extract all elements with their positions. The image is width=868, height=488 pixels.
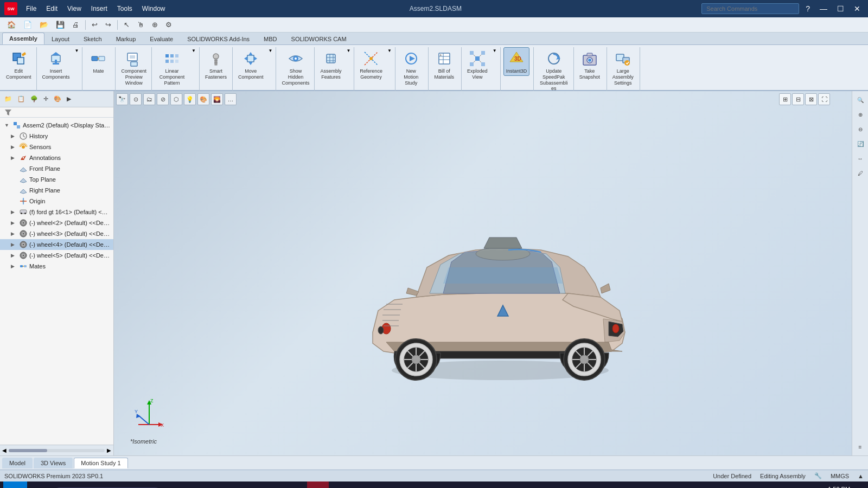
fit-view-btn[interactable]: ⊞ bbox=[779, 93, 791, 105]
reference-geometry-button[interactable]: ReferenceGeometry bbox=[357, 47, 385, 82]
root-expander[interactable]: ▼ bbox=[4, 123, 11, 128]
view-scenes-btn[interactable]: 🌄 bbox=[211, 93, 223, 105]
tree-wheel2[interactable]: ▶ (-) wheel<2> (Default) <<Default bbox=[0, 217, 113, 228]
tree-front-plane[interactable]: Front Plane bbox=[0, 163, 113, 174]
menu-file[interactable]: File bbox=[22, 3, 41, 15]
tab-evaluate[interactable]: Evaluate bbox=[143, 33, 180, 44]
update-speedpak-button[interactable]: UpdateSpeedPakSubassemblies bbox=[537, 47, 571, 93]
scroll-right-btn[interactable]: ▶ bbox=[107, 447, 111, 453]
move-component-button[interactable]: MoveComponent bbox=[235, 47, 266, 82]
tab-sketch[interactable]: Sketch bbox=[76, 33, 109, 44]
tab-assembly[interactable]: Assembly bbox=[2, 33, 44, 44]
help-button[interactable]: ? bbox=[802, 3, 813, 14]
tab-3dviews[interactable]: 3D Views bbox=[34, 458, 73, 468]
rp-btn-6[interactable]: 🖊 bbox=[854, 166, 867, 179]
tab-markup[interactable]: Markup bbox=[109, 33, 143, 44]
insert-dropdown[interactable]: ▼ bbox=[74, 47, 80, 54]
view-display-btn[interactable]: 🗂 bbox=[143, 93, 155, 105]
maximize-button[interactable]: ☐ bbox=[834, 3, 847, 14]
new-motion-study-button[interactable]: NewMotionStudy bbox=[398, 47, 424, 87]
tab-layout[interactable]: Layout bbox=[44, 33, 76, 44]
view-hide-btn[interactable]: ⊘ bbox=[157, 93, 169, 105]
tree-right-plane[interactable]: Right Plane bbox=[0, 185, 113, 196]
rp-btn-3[interactable]: ⊖ bbox=[854, 123, 867, 136]
close-button[interactable]: ✕ bbox=[851, 3, 864, 14]
rp-btn-bottom[interactable]: ≡ bbox=[854, 440, 867, 453]
taskbar-app3[interactable]: 📧 bbox=[283, 481, 305, 488]
explode-dropdown[interactable]: ▼ bbox=[492, 47, 498, 54]
sidebar-appearance-btn[interactable]: 🎨 bbox=[52, 94, 63, 104]
bom-button[interactable]: A Bill ofMaterials bbox=[431, 47, 457, 82]
rebuild-icon[interactable]: 🔧 bbox=[814, 472, 822, 479]
tab-mbd[interactable]: MBD bbox=[257, 33, 284, 44]
full-view-btn[interactable]: ⛶ bbox=[818, 93, 830, 105]
taskview-btn[interactable]: ⧉ bbox=[164, 481, 186, 488]
fordgt-expander[interactable]: ▶ bbox=[11, 209, 17, 215]
w4-expander[interactable]: ▶ bbox=[11, 242, 17, 247]
ref-geo-dropdown[interactable]: ▼ bbox=[386, 47, 393, 54]
assembly-features-button[interactable]: AssemblyFeatures bbox=[317, 47, 344, 82]
select-button[interactable]: ↖ bbox=[121, 20, 132, 30]
sensors-expander[interactable]: ▶ bbox=[11, 144, 17, 150]
command-search[interactable] bbox=[701, 3, 799, 14]
start-button[interactable] bbox=[3, 481, 27, 488]
insert-components-button[interactable]: InsertComponents bbox=[40, 47, 73, 82]
tree-wheel4[interactable]: ▶ (-) wheel<4> (Default) <<Default bbox=[0, 239, 113, 250]
home-button[interactable]: 🏠 bbox=[4, 20, 18, 30]
tab-model[interactable]: Model bbox=[2, 458, 33, 468]
view-appearance-btn[interactable]: 🎨 bbox=[197, 93, 209, 105]
scrollbar-thumb[interactable] bbox=[9, 449, 47, 452]
new-button[interactable]: 📄 bbox=[21, 20, 35, 30]
undo-button[interactable]: ↩ bbox=[89, 20, 100, 30]
tree-mates[interactable]: ▶ Mates bbox=[0, 261, 113, 272]
linear-pattern-button[interactable]: Linear ComponentPattern bbox=[155, 47, 189, 87]
asm-features-dropdown[interactable]: ▼ bbox=[345, 47, 352, 54]
sidebar-expand-btn[interactable]: ▶ bbox=[65, 94, 73, 104]
print-button[interactable]: 🖨 bbox=[69, 20, 82, 30]
units-up-btn[interactable]: ▲ bbox=[858, 473, 864, 479]
menu-view[interactable]: View bbox=[63, 3, 86, 15]
tab-motion-study[interactable]: Motion Study 1 bbox=[74, 458, 127, 468]
tree-top-plane[interactable]: Top Plane bbox=[0, 174, 113, 185]
instant3d-button[interactable]: 3D Instant3D bbox=[503, 47, 530, 76]
taskbar-edge-btn[interactable]: 🌐 bbox=[212, 481, 233, 488]
split-view-btn[interactable]: ⊠ bbox=[805, 93, 817, 105]
taskbar-app2[interactable]: 💬 bbox=[259, 481, 281, 488]
menu-window[interactable]: Window bbox=[138, 3, 170, 15]
menu-tools[interactable]: Tools bbox=[113, 3, 137, 15]
rp-btn-4[interactable]: 🔄 bbox=[854, 137, 867, 150]
menu-edit[interactable]: Edit bbox=[42, 3, 62, 15]
scroll-left-btn[interactable]: ◀ bbox=[2, 447, 7, 453]
smart-fasteners-button[interactable]: SmartFasteners bbox=[202, 47, 229, 82]
exploded-view-button[interactable]: ExplodedView bbox=[464, 47, 490, 82]
history-expander[interactable]: ▶ bbox=[11, 133, 17, 139]
view-orient-btn[interactable]: 🔭 bbox=[116, 93, 128, 105]
rp-btn-2[interactable]: ⊕ bbox=[854, 108, 867, 121]
redo-button[interactable]: ↪ bbox=[103, 20, 114, 30]
tree-wheel3[interactable]: ▶ (-) wheel<3> (Default) <<Default bbox=[0, 228, 113, 239]
tree-fordgt[interactable]: ▶ (f) ford gt 16<1> (Default) <<Defa bbox=[0, 207, 113, 217]
view-section-btn[interactable]: ⊙ bbox=[130, 93, 142, 105]
normal-view-btn[interactable]: ⊟ bbox=[792, 93, 804, 105]
tree-history[interactable]: ▶ History bbox=[0, 131, 113, 142]
view-lights-btn[interactable]: 💡 bbox=[184, 93, 196, 105]
save-button[interactable]: 💾 bbox=[53, 20, 67, 30]
snap-button[interactable]: ⊕ bbox=[149, 20, 161, 30]
snapshot-button[interactable]: TakeSnapshot bbox=[577, 47, 603, 82]
component-preview-button[interactable]: ComponentPreviewWindow bbox=[118, 47, 149, 87]
mate-button[interactable]: Mate bbox=[85, 47, 111, 76]
taskbar-file-btn[interactable]: 📁 bbox=[188, 481, 209, 488]
tree-root-item[interactable]: ▼ Assem2 (Default) <Display State-1> bbox=[0, 120, 113, 131]
w5-expander[interactable]: ▶ bbox=[11, 253, 17, 258]
sidebar-configman-btn[interactable]: 🌳 bbox=[28, 94, 40, 104]
sidebar-mateman-btn[interactable]: ✛ bbox=[41, 94, 50, 104]
tab-addins[interactable]: SOLIDWORKS Add-Ins bbox=[180, 33, 257, 44]
taskbar-sw-btn[interactable]: SW bbox=[307, 481, 329, 488]
show-hidden-button[interactable]: ShowHiddenComponents bbox=[279, 47, 312, 87]
move-dropdown[interactable]: ▼ bbox=[267, 47, 273, 54]
open-button[interactable]: 📂 bbox=[37, 20, 51, 30]
rp-btn-5[interactable]: ↔ bbox=[854, 152, 867, 165]
mates-expander[interactable]: ▶ bbox=[11, 264, 17, 269]
minimize-button[interactable]: — bbox=[816, 3, 831, 14]
view-more-btn[interactable]: … bbox=[225, 93, 237, 105]
